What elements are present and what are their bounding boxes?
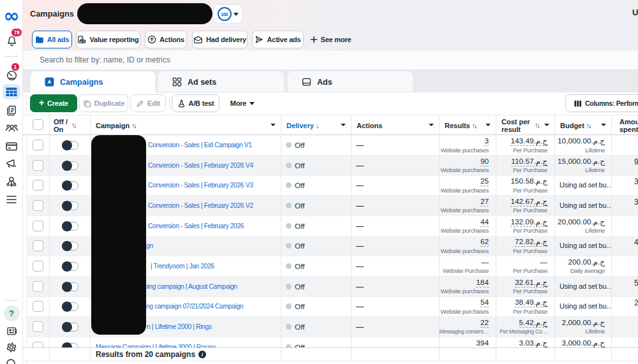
toggle-knob	[62, 201, 72, 211]
column-header-budget[interactable]: Budget ↑↓	[554, 115, 611, 135]
row-checkbox[interactable]	[33, 221, 43, 231]
campaign-toggle-off[interactable]	[62, 181, 78, 190]
cell-actions: —	[351, 196, 439, 215]
campaign-toggle-off[interactable]	[62, 161, 78, 170]
sidebar-item-gear[interactable]	[0, 339, 23, 356]
plus-icon	[310, 36, 318, 43]
column-menu-caret[interactable]	[544, 124, 549, 126]
column-header-onoff[interactable]: Off /On↑↓	[49, 115, 90, 135]
campaign-toggle-off[interactable]	[62, 282, 78, 291]
cell-budget: 2,000.00ج.م.Lifetime	[554, 317, 611, 337]
account-score-dropdown[interactable]: 100	[214, 5, 242, 23]
tab-ad-sets[interactable]: Ad sets	[158, 71, 284, 92]
sidebar-item-megaphone[interactable]	[0, 156, 23, 172]
campaign-name-link[interactable]: Conversion - Sales | February 2026 V4	[148, 162, 253, 169]
cell-onoff	[49, 216, 90, 236]
column-header-delivery[interactable]: Delivery ↓	[281, 115, 351, 135]
budget-value: 2,000.00ج.م.	[562, 318, 605, 327]
sidebar-item-pages[interactable]	[0, 102, 23, 119]
filter-see-more[interactable]: See more	[309, 31, 352, 48]
cell-check	[23, 277, 49, 296]
campaign-name-link[interactable]: gn	[146, 242, 153, 249]
row-checkbox[interactable]	[33, 200, 43, 211]
column-header-check[interactable]	[23, 115, 49, 135]
create-button[interactable]: + Create	[30, 94, 77, 112]
campaign-name-link[interactable]: ping campaign | August Campaign	[144, 283, 237, 290]
ab-test-button[interactable]: A/B test	[172, 94, 219, 112]
campaign-toggle-off[interactable]	[62, 141, 78, 150]
results-type: Website purchases	[440, 247, 489, 254]
filter-value-reporting[interactable]: Value reporting	[76, 31, 140, 48]
sidebar-item-campaigns-table[interactable]	[0, 84, 23, 100]
actions-value: —	[356, 282, 364, 291]
campaign-toggle-off[interactable]	[62, 262, 78, 271]
sidebar-item-all-tools-menu[interactable]	[0, 191, 23, 208]
sidebar-item-billing-card[interactable]	[0, 138, 23, 154]
sidebar-item-help[interactable]: ?	[0, 305, 23, 321]
news-icon	[6, 325, 18, 337]
row-checkbox[interactable]	[33, 180, 43, 191]
filter-actions[interactable]: Actions	[145, 31, 187, 48]
campaign-name-link[interactable]: Conversion - Sales | February 2026	[148, 222, 244, 229]
campaign-name-link[interactable]: Conversion - Sales | Eid Campaign V1	[148, 142, 252, 149]
results-type: Website purchases	[440, 227, 489, 234]
sidebar-item-search[interactable]	[0, 356, 23, 364]
cell-delivery: Off	[281, 175, 351, 195]
column-header-spent[interactable]: Amouspent	[611, 115, 638, 135]
cell-onoff	[49, 175, 90, 195]
sidebar-item-events-nodes[interactable]	[0, 173, 23, 190]
all-tools-menu-icon	[6, 194, 17, 205]
info-icon[interactable]: i	[198, 351, 206, 358]
campaign-name-link[interactable]: | Trendyoom | Jan 2026	[151, 263, 214, 270]
campaign-name-link[interactable]: Conversion - Sales | February 2026 V3	[148, 182, 253, 189]
sidebar-item-bell[interactable]: 79	[0, 33, 23, 49]
column-header-cost[interactable]: Cost perresult↑↓	[496, 115, 554, 135]
campaign-name-link[interactable]: n | Lifetime 2000 | Rings	[147, 323, 212, 330]
columns-button[interactable]: Columns: Performan	[565, 94, 638, 112]
campaign-toggle-off[interactable]	[62, 242, 78, 251]
row-checkbox[interactable]	[33, 281, 43, 292]
campaign-name-link[interactable]: ing campaign 07/21/2024 Campaign	[145, 303, 243, 310]
filter-had-delivery[interactable]: Had delivery	[192, 31, 248, 48]
filter-active-ads[interactable]: Active ads	[252, 31, 304, 48]
sidebar-item-meta-logo[interactable]: ∞	[0, 8, 23, 24]
sort-icon: ↑↓	[131, 122, 137, 129]
sidebar-item-gauge[interactable]: 1	[0, 67, 23, 84]
column-menu-caret[interactable]	[601, 124, 606, 126]
column-header-results[interactable]: Results ↑↓	[439, 115, 496, 135]
row-checkbox[interactable]	[33, 240, 43, 251]
cell-budget: Using ad set bu…	[554, 296, 611, 316]
duplicate-button[interactable]: Duplicate	[79, 94, 128, 112]
campaign-toggle-off[interactable]	[62, 302, 78, 311]
column-menu-caret[interactable]	[486, 124, 491, 126]
column-header-actions[interactable]: Actions	[351, 115, 439, 135]
chevron-down-icon	[234, 13, 239, 16]
column-menu-caret[interactable]	[271, 124, 276, 126]
delivery-status: Off	[295, 222, 305, 231]
tab-ads[interactable]: Ads	[288, 71, 413, 92]
select-all-checkbox[interactable]	[33, 119, 43, 130]
filter-all-ads[interactable]: All ads	[32, 31, 72, 48]
more-button[interactable]: More	[226, 94, 259, 112]
row-checkbox[interactable]	[33, 321, 43, 332]
sidebar-item-audiences[interactable]	[0, 120, 23, 136]
campaign-toggle-off[interactable]	[62, 323, 78, 331]
campaign-name-link[interactable]: Conversion - Sales | February 2026 V2	[148, 202, 253, 209]
delivery-status: Off	[295, 161, 305, 170]
row-checkbox[interactable]	[33, 301, 43, 312]
row-checkbox[interactable]	[33, 140, 43, 150]
cost-per-result-type: Per Purchase	[513, 227, 547, 234]
search-filter-bar[interactable]: Search to filter by: name, ID or metrics	[23, 50, 638, 70]
tab-campaigns[interactable]: Campaigns	[31, 71, 155, 92]
column-menu-caret[interactable]	[341, 124, 346, 126]
column-header-campaign[interactable]: Campaign ↑↓	[90, 115, 281, 135]
column-menu-caret[interactable]	[429, 124, 434, 126]
campaign-toggle-off[interactable]	[62, 201, 78, 210]
actions-value: —	[356, 201, 364, 210]
campaign-toggle-off[interactable]	[62, 222, 78, 231]
sidebar-item-news[interactable]	[0, 323, 23, 339]
edit-button[interactable]: Edit	[130, 94, 166, 112]
circle-arrow-icon	[147, 35, 156, 44]
row-checkbox[interactable]	[33, 261, 43, 272]
row-checkbox[interactable]	[33, 160, 43, 171]
